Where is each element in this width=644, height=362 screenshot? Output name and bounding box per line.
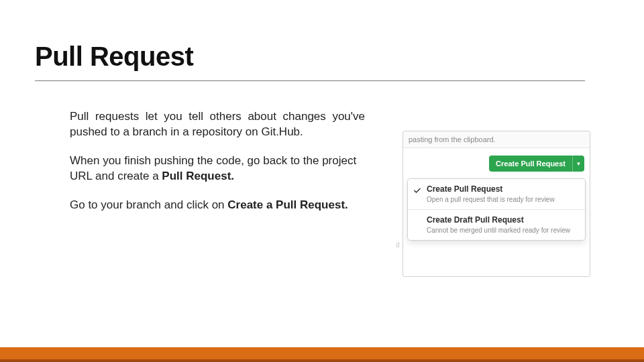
paragraph-1: Pull requests let you tell others about … (70, 109, 365, 140)
create-pull-request-split-button[interactable]: Create Pull Request ▼ (489, 156, 584, 172)
option1-desc: Open a pull request that is ready for re… (427, 195, 578, 204)
check-icon (413, 185, 421, 193)
faint-char: d (396, 241, 400, 249)
footer-stripe-dark (0, 359, 644, 362)
create-pr-dropdown: Create Pull Request Open a pull request … (407, 178, 586, 241)
github-screenshot: pasting from the clipboard. Create Pull … (402, 131, 590, 277)
body-text: Pull requests let you tell others about … (70, 109, 365, 213)
option1-title: Create Pull Request (427, 184, 578, 194)
dropdown-option-draft-pr[interactable]: Create Draft Pull Request Cannot be merg… (408, 210, 585, 240)
paragraph-3-text: Go to your branch and click on (70, 198, 227, 211)
page-title: Pull Request (35, 42, 193, 72)
title-underline (35, 80, 585, 81)
create-pull-request-button[interactable]: Create Pull Request (489, 156, 572, 172)
dropdown-caret-button[interactable]: ▼ (572, 156, 584, 172)
slide: Pull Request Pull requests let you tell … (0, 0, 644, 362)
clipboard-hint: pasting from the clipboard. (403, 131, 590, 148)
button-row: Create Pull Request ▼ (403, 148, 590, 178)
paragraph-2-bold: Pull Request. (162, 170, 234, 182)
paragraph-3: Go to your branch and click on Create a … (70, 198, 365, 213)
option2-title: Create Draft Pull Request (427, 215, 578, 225)
chevron-down-icon: ▼ (576, 161, 582, 167)
paragraph-2: When you finish pushing the code, go bac… (70, 154, 365, 184)
dropdown-option-create-pr[interactable]: Create Pull Request Open a pull request … (408, 179, 585, 210)
paragraph-3-bold: Create a Pull Request. (227, 198, 348, 211)
option2-desc: Cannot be merged until marked ready for … (427, 226, 578, 235)
